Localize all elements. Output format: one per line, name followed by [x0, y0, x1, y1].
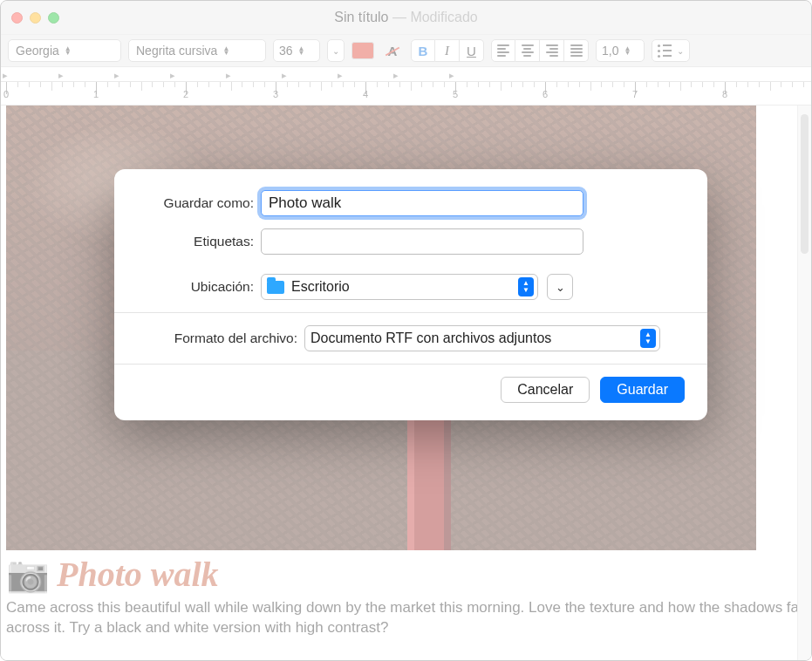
stepper-icon: ▲▼ — [518, 277, 534, 296]
location-label: Ubicación: — [137, 279, 261, 295]
divider — [114, 312, 707, 313]
expand-dialog-button[interactable]: ⌄ — [547, 274, 573, 300]
stepper-icon: ▲▼ — [640, 329, 656, 348]
save-button[interactable]: Guardar — [600, 377, 685, 403]
location-select[interactable]: Escritorio ▲▼ — [261, 274, 538, 300]
save-as-label: Guardar como: — [137, 195, 261, 211]
tags-input[interactable] — [261, 228, 583, 255]
save-as-input[interactable] — [261, 190, 583, 216]
file-format-select[interactable]: Documento RTF con archivos adjuntos ▲▼ — [304, 325, 660, 351]
save-dialog: Guardar como: Etiquetas: Ubicación: Escr… — [114, 169, 707, 420]
divider — [114, 364, 707, 365]
file-format-value: Documento RTF con archivos adjuntos — [310, 330, 551, 346]
folder-icon — [267, 281, 284, 294]
file-format-label: Formato del archivo: — [137, 330, 304, 346]
tags-label: Etiquetas: — [137, 234, 261, 249]
app-window: Sin título — Modificado Georgia ▲▼ Negri… — [0, 0, 812, 661]
cancel-button[interactable]: Cancelar — [501, 377, 590, 403]
location-value: Escritorio — [291, 279, 350, 295]
